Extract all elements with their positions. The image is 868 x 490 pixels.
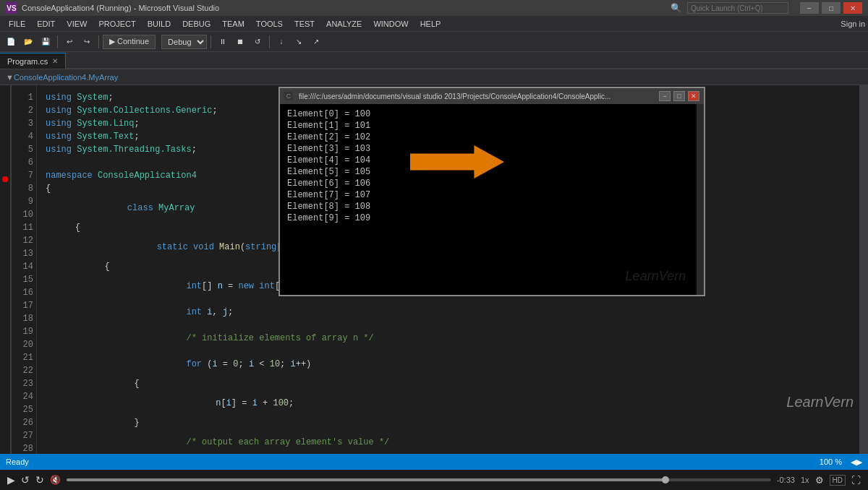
console-arrow [410, 144, 504, 180]
toolbar-sep4 [269, 35, 270, 48]
quick-launch-input[interactable] [687, 2, 788, 14]
console-output-1: Element[1] = 101 [287, 120, 697, 132]
minimize-btn[interactable]: − [800, 2, 819, 14]
settings-button[interactable]: ⚙ [815, 475, 824, 486]
tab-bar: Program.cs ✕ [0, 52, 868, 69]
toolbar-sep2 [98, 35, 99, 48]
video-controls: ▶ ↺ ↻ 🔇 -0:33 1x ⚙ HD ⛶ [0, 470, 868, 490]
refresh-button[interactable]: ↻ [35, 474, 44, 486]
speed-button[interactable]: 1x [801, 476, 809, 484]
console-title-bar: C file:///c:/users/admin/documents/visua… [280, 88, 704, 104]
toolbar: 📄 📂 💾 ↩ ↪ ▶ Continue Debug ⏸ ⏹ ↺ ↓ ↘ ↗ [0, 32, 868, 52]
code-line-18: n[i] = i + 100; [46, 390, 859, 416]
code-line-17: { [46, 377, 859, 390]
tab-label: Program.cs [7, 57, 48, 66]
vs-icon: VS [6, 2, 17, 14]
code-line-14: int i, j; [46, 299, 859, 325]
console-icon: C [284, 92, 293, 100]
console-title-text: file:///c:/users/admin/documents/visual … [299, 93, 656, 100]
code-line-20: /* output each array element's value */ [46, 429, 859, 454]
console-output-0: Element[0] = 100 [287, 108, 697, 120]
toolbar-step-over-btn[interactable]: ↓ [273, 34, 289, 50]
toolbar-step-out-btn[interactable]: ↗ [308, 34, 324, 50]
console-watermark: LearnVern [626, 269, 686, 284]
console-scrollbar[interactable] [697, 104, 704, 295]
status-left: Ready [6, 457, 29, 466]
console-output-8: Element[8] = 108 [287, 201, 697, 212]
hd-button[interactable]: HD [830, 475, 846, 486]
status-text: Ready [6, 457, 29, 466]
code-line-15: /* initialize elements of array n */ [46, 325, 859, 351]
left-gutter [0, 85, 12, 454]
menu-window[interactable]: WINDOW [367, 16, 414, 31]
editor-scrollbar[interactable] [859, 85, 868, 454]
menu-view[interactable]: VIEW [61, 16, 93, 31]
search-icon: 🔍 [671, 3, 681, 13]
tab-close-icon[interactable]: ✕ [52, 57, 58, 65]
debug-config-select[interactable]: Debug [161, 35, 207, 49]
breadcrumb-namespace: ▼ [6, 73, 14, 82]
window-controls: − □ ✕ [800, 2, 862, 14]
continue-button[interactable]: ▶ Continue [103, 35, 156, 49]
progress-dot [662, 476, 669, 483]
toolbar-pause-btn[interactable]: ⏸ [215, 34, 231, 50]
maximize-btn[interactable]: □ [822, 2, 841, 14]
menu-analyze[interactable]: ANALYZE [320, 16, 367, 31]
status-right: 100 % ◀▶ [820, 457, 862, 467]
menu-edit[interactable]: EDIT [31, 16, 61, 31]
toolbar-undo-btn[interactable]: ↩ [61, 34, 77, 50]
mute-button[interactable]: 🔇 [50, 475, 61, 485]
console-body: Element[0] = 100 Element[1] = 101 Elemen… [280, 104, 704, 295]
toolbar-sep3 [210, 35, 211, 48]
console-window: C file:///c:/users/admin/documents/visua… [278, 87, 705, 296]
console-output-2: Element[2] = 102 [287, 132, 697, 143]
console-close-btn[interactable]: ✕ [688, 91, 699, 101]
title-text: ConsoleApplication4 (Running) - Microsof… [22, 4, 671, 12]
breadcrumb: ▼ ConsoleApplication4.MyArray [0, 69, 868, 85]
menu-test[interactable]: TEST [289, 16, 320, 31]
close-btn[interactable]: ✕ [843, 2, 862, 14]
console-maximize-btn[interactable]: □ [673, 91, 685, 101]
menu-bar: FILE EDIT VIEW PROJECT BUILD DEBUG TEAM … [0, 16, 868, 32]
toolbar-stop-btn[interactable]: ⏹ [232, 34, 248, 50]
zoom-level: 100 % [820, 457, 842, 466]
line-numbers: 12345 678910 1112131415 1617181920 21222… [12, 85, 37, 454]
menu-debug[interactable]: DEBUG [176, 16, 216, 31]
scroll-slider[interactable]: ◀▶ [851, 457, 862, 467]
toolbar-redo-btn[interactable]: ↪ [79, 34, 95, 50]
menu-build[interactable]: BUILD [142, 16, 176, 31]
toolbar-sep1 [57, 35, 58, 48]
toolbar-save-btn[interactable]: 💾 [38, 34, 54, 50]
console-arrow-shape [410, 145, 504, 179]
menu-file[interactable]: FILE [3, 16, 31, 31]
console-output-7: Element[7] = 107 [287, 189, 697, 201]
menu-help[interactable]: HELP [414, 16, 447, 31]
play-button[interactable]: ▶ [7, 474, 15, 486]
title-bar: VS ConsoleApplication4 (Running) - Micro… [0, 0, 868, 16]
app-root: VS ConsoleApplication4 (Running) - Micro… [0, 0, 868, 490]
sign-in-button[interactable]: Sign in [841, 20, 865, 28]
toolbar-new-btn[interactable]: 📄 [3, 34, 19, 50]
code-line-16: for (i = 0; i < 10; i++) [46, 351, 859, 377]
toolbar-step-in-btn[interactable]: ↘ [291, 34, 307, 50]
rewind-button[interactable]: ↺ [21, 474, 30, 486]
console-output-9: Element[9] = 109 [287, 212, 697, 224]
fullscreen-button[interactable]: ⛶ [851, 475, 861, 486]
progress-bar[interactable] [67, 478, 771, 481]
tab-program-cs[interactable]: Program.cs ✕ [0, 53, 66, 69]
toolbar-open-btn[interactable]: 📂 [20, 34, 36, 50]
progress-fill [67, 478, 665, 481]
menu-tools[interactable]: TOOLS [250, 16, 289, 31]
editor-region: 12345 678910 1112131415 1617181920 21222… [0, 85, 868, 454]
toolbar-restart-btn[interactable]: ↺ [250, 34, 265, 50]
console-minimize-btn[interactable]: − [659, 91, 671, 101]
breadcrumb-text: ConsoleApplication4.MyArray [14, 73, 118, 82]
status-bar: Ready 100 % ◀▶ [0, 454, 868, 470]
menu-team[interactable]: TEAM [216, 16, 250, 31]
time-remaining: -0:33 [777, 476, 795, 484]
code-line-19: } [46, 416, 859, 429]
menu-project[interactable]: PROJECT [93, 16, 141, 31]
